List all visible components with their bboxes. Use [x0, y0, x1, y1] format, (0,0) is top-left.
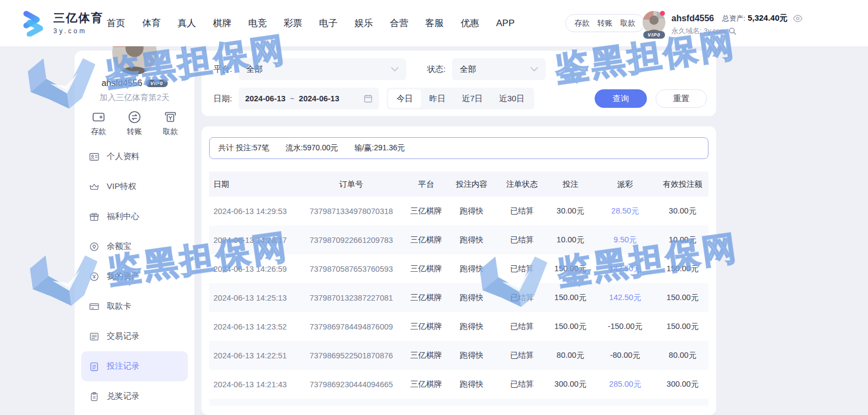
table-header: 日期 订单号 平台 投注内容 注单状态 投注 派彩 有效投注额: [209, 172, 708, 197]
brand-logo[interactable]: 三亿体育 3y.com: [20, 8, 103, 36]
status-select-value: 全部: [460, 64, 476, 75]
nav-item-home[interactable]: 首页: [107, 17, 125, 29]
summary-total: 共计 投注:57笔: [218, 143, 269, 153]
quick-date-today[interactable]: 今日: [388, 89, 421, 108]
assets-value: 5,324.40元: [748, 13, 787, 23]
sidebar-item-label: 我的资产: [107, 271, 139, 282]
permanent-domain: 永久域名: 3y.com: [671, 26, 726, 36]
table-row: 2024-06-13 14:25:13 7379870132387227081 …: [209, 283, 708, 312]
vip-badge: VIP0: [643, 31, 665, 39]
gift-icon: [89, 211, 100, 222]
transfer-icon: [127, 110, 142, 124]
coin-icon: [89, 241, 100, 252]
quick-action-label: 存款: [91, 127, 106, 137]
sidebar-vip-badge: VIP0: [146, 80, 168, 87]
withdraw-link[interactable]: 取款: [620, 19, 635, 28]
header-avatar[interactable]: VIP0: [643, 11, 665, 34]
deposit-link[interactable]: 存款: [574, 19, 590, 28]
sidebar-item-label: 余额宝: [107, 241, 131, 252]
sidebar-item-label: 兑奖记录: [107, 391, 139, 401]
table-row-partial: [209, 399, 708, 406]
nav-item-service[interactable]: 客服: [425, 17, 444, 29]
col-valid: 有效投注额: [657, 179, 708, 190]
platform-label: 平台:: [213, 64, 232, 75]
wallet-icon: [91, 110, 106, 124]
search-button[interactable]: 查询: [595, 89, 647, 108]
wallet-actions-pill: 存款 转账 取款: [565, 14, 645, 32]
assets-icon: [89, 271, 100, 282]
date-label: 日期:: [213, 94, 232, 104]
eye-icon[interactable]: [793, 15, 803, 22]
nav-item-cards[interactable]: 棋牌: [213, 17, 231, 29]
bet-records-table: 日期 订单号 平台 投注内容 注单状态 投注 派彩 有效投注额 2024-06-…: [209, 172, 708, 406]
quick-date-30days[interactable]: 近30日: [491, 89, 533, 108]
table-row: 2024-06-13 14:29:53 7379871334978070318 …: [209, 197, 708, 225]
col-content: 投注内容: [447, 179, 497, 190]
bank-card-icon: [89, 301, 100, 312]
nav-item-slots[interactable]: 电子: [319, 17, 338, 29]
nav-item-live[interactable]: 真人: [178, 17, 196, 29]
date-end: 2024-06-13: [299, 94, 339, 103]
sidebar-menu: 个人资料 VIP特权 福利中心 余额宝: [75, 142, 194, 411]
quick-action-withdraw[interactable]: 取款: [163, 110, 178, 137]
brand-name: 三亿体育: [53, 10, 103, 26]
col-bet: 投注: [547, 179, 594, 190]
main-nav: 首页 体育 真人 棋牌 电竞 彩票 电子 娱乐 合营 客服 优惠 APP: [107, 0, 515, 46]
table-row: 2024-06-13 14:28:17 7379870922661209783 …: [209, 225, 708, 254]
username: ahsfd4556: [671, 14, 714, 23]
sidebar-item-assets[interactable]: 我的资产: [81, 261, 188, 291]
quick-action-label: 取款: [163, 127, 178, 137]
col-date: 日期: [209, 179, 297, 190]
chevron-down-icon: [391, 67, 399, 72]
sidebar-item-benefits[interactable]: 福利中心: [81, 202, 188, 231]
nav-item-sports[interactable]: 体育: [142, 17, 161, 29]
platform-select[interactable]: 全部: [239, 58, 406, 80]
nav-item-partners[interactable]: 合营: [390, 17, 408, 29]
sidebar-item-withdraw-card[interactable]: 取款卡: [81, 291, 188, 321]
sidebar-item-transactions[interactable]: 交易记录: [81, 321, 188, 351]
quick-date-7days[interactable]: 近7日: [454, 89, 491, 108]
sidebar-item-label: 取款卡: [107, 301, 131, 312]
quick-action-transfer[interactable]: 转账: [127, 110, 142, 137]
sidebar-item-prize-records[interactable]: 兑奖记录: [81, 381, 188, 411]
col-order: 订单号: [297, 179, 406, 190]
col-platform: 平台: [406, 179, 447, 190]
table-row: 2024-06-13 14:26:59 7379870587653760593 …: [209, 254, 708, 283]
nav-item-app[interactable]: APP: [496, 18, 515, 29]
nav-item-esports[interactable]: 电竞: [248, 17, 267, 29]
nav-item-lottery[interactable]: 彩票: [284, 17, 302, 29]
status-select[interactable]: 全部: [452, 58, 546, 80]
notification-dot: [660, 11, 665, 16]
sidebar-item-label: VIP特权: [107, 181, 136, 192]
header-user-info: ahsfd4556 总资产: 5,324.40元 永久域名: 3y.com: [671, 13, 803, 36]
sidebar-item-label: 个人资料: [107, 151, 139, 162]
sidebar-item-yuebao[interactable]: 余额宝: [81, 231, 188, 261]
clipboard-check-icon: [89, 391, 100, 402]
status-label: 状态:: [427, 64, 445, 75]
sidebar-item-vip[interactable]: VIP特权: [81, 172, 188, 202]
quick-action-deposit[interactable]: 存款: [91, 110, 106, 137]
sidebar-item-label: 交易记录: [107, 331, 139, 341]
assets-label: 总资产:: [722, 14, 745, 23]
records-card: 共计 投注:57笔 流水:5970.00元 输/赢:291.36元 日期 订单号…: [201, 126, 716, 415]
nav-item-promo[interactable]: 优惠: [461, 17, 479, 29]
reset-button[interactable]: 重置: [656, 89, 707, 108]
search-icon[interactable]: [729, 27, 736, 35]
quick-date-group: 今日 昨日 近7日 近30日: [387, 88, 534, 109]
col-payout: 派彩: [594, 179, 657, 190]
summary-bar: 共计 投注:57笔 流水:5970.00元 输/赢:291.36元: [209, 137, 708, 159]
table-row: 2024-06-13 14:21:43 7379869230444094665 …: [209, 370, 708, 399]
nav-item-entertainment[interactable]: 娱乐: [354, 17, 373, 29]
sidebar-item-bet-records[interactable]: 投注记录: [81, 351, 188, 381]
table-row: 2024-06-13 14:22:51 7379869522501870876 …: [209, 341, 708, 370]
brand-domain: 3y.com: [53, 27, 103, 35]
quick-actions: 存款 转账 取款: [75, 110, 194, 137]
sidebar: ahsfd4556 VIP0 加入三亿体育第2天 存款 转账 取款: [75, 51, 194, 415]
idcard-icon: [89, 151, 100, 162]
quick-date-yesterday[interactable]: 昨日: [421, 89, 454, 108]
clipboard-list-icon: [89, 361, 100, 372]
date-range-input[interactable]: 2024-06-13 ~ 2024-06-13: [239, 88, 379, 109]
transfer-link[interactable]: 转账: [597, 19, 613, 28]
sidebar-item-profile[interactable]: 个人资料: [81, 142, 188, 172]
sidebar-item-label: 福利中心: [107, 211, 139, 222]
